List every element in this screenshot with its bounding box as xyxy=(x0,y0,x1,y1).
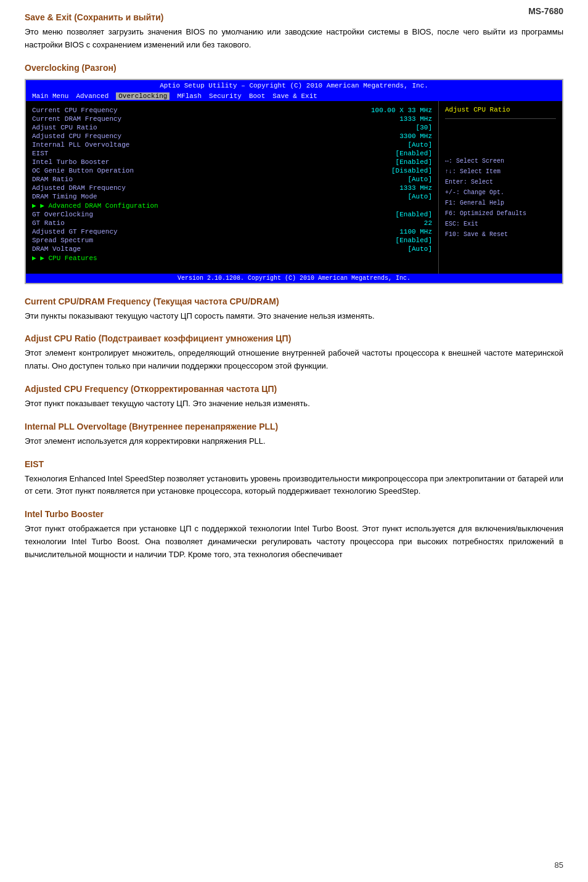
section-eist: EISTТехнология Enhanced Intel SpeedStep … xyxy=(25,459,563,499)
ms-label: MS-7680 xyxy=(528,6,563,16)
menu-security[interactable]: Security xyxy=(209,92,242,100)
section-heading: Adjust CPU Ratio (Подстраивает коэффицие… xyxy=(25,333,563,343)
overclocking-section: Overclocking (Разгон) Aptio Setup Utilit… xyxy=(25,63,563,284)
bios-row[interactable]: Current CPU Frequency100.00 X 33 MHz xyxy=(32,106,432,115)
bios-key-hint: Enter: Select xyxy=(445,177,556,187)
bios-row-label: DRAM Voltage xyxy=(32,245,81,253)
bios-row-label: ▶ CPU Features xyxy=(32,254,97,262)
overclocking-heading: Overclocking (Разгон) xyxy=(25,63,563,73)
bios-right-panel: Adjust CPU Ratio ↔: Select Screen↑↓: Sel… xyxy=(439,101,562,274)
bios-row[interactable]: GT Ratio22 xyxy=(32,219,432,227)
section-heading: EIST xyxy=(25,459,563,469)
bios-row-label: Adjusted GT Frequency xyxy=(32,228,118,235)
bios-row-value: [30] xyxy=(416,124,432,131)
bios-key-hint: ↑↓: Select Item xyxy=(445,166,556,177)
bios-key-hint: +/-: Change Opt. xyxy=(445,187,556,198)
section-internal_pll: Internal PLL Overvoltage (Внутреннее пер… xyxy=(25,422,563,448)
bios-key-hint: F10: Save & Reset xyxy=(445,229,556,240)
bios-row-value: [Auto] xyxy=(407,141,432,149)
bios-row-label: Spread Spectrum xyxy=(32,237,93,244)
bios-row-value: [Enabled] xyxy=(396,150,432,157)
bios-row-label: Intel Turbo Booster xyxy=(32,158,109,166)
menu-main[interactable]: Main Menu xyxy=(32,92,68,100)
bios-row-label: Internal PLL Overvoltage xyxy=(32,141,129,149)
bios-row-label: DRAM Timing Mode xyxy=(32,193,97,200)
section-text: Этот пункт показывает текущую частоту ЦП… xyxy=(25,398,563,410)
bios-footer: Version 2.10.1208. Copyright (C) 2010 Am… xyxy=(26,274,562,283)
bios-row-label: DRAM Ratio xyxy=(32,176,73,183)
save-exit-text: Это меню позволяет загрузить значения BI… xyxy=(25,26,563,52)
bios-row-value: 1100 MHz xyxy=(399,228,432,235)
menu-mflash[interactable]: MFlash xyxy=(177,92,202,100)
bios-row-label: Adjust CPU Ratio xyxy=(32,124,97,131)
bios-row[interactable]: Intel Turbo Booster[Enabled] xyxy=(32,158,432,166)
section-cpu_dram_freq: Current CPU/DRAM Frequency (Текущая част… xyxy=(25,296,563,323)
bios-row[interactable]: Adjusted CPU Frequency3300 MHz xyxy=(32,132,432,141)
bios-body: Current CPU Frequency100.00 X 33 MHzCurr… xyxy=(26,101,562,274)
bios-row-label: EIST xyxy=(32,150,48,157)
bios-row[interactable]: Internal PLL Overvoltage[Auto] xyxy=(32,141,432,149)
bios-row[interactable]: DRAM Timing Mode[Auto] xyxy=(32,192,432,201)
bios-row[interactable]: Spread Spectrum[Enabled] xyxy=(32,236,432,245)
bios-menu-bar: Main Menu Advanced Overclocking MFlash S… xyxy=(26,91,562,101)
bios-row-value: [Enabled] xyxy=(396,237,432,244)
section-text: Этот элемент контролирует множитель, опр… xyxy=(25,347,563,373)
section-heading: Intel Turbo Booster xyxy=(25,509,563,519)
bios-keys: ↔: Select Screen↑↓: Select ItemEnter: Se… xyxy=(445,156,556,240)
bios-row-value: [Auto] xyxy=(407,176,432,183)
bios-row-label: ▶ Advanced DRAM Configuration xyxy=(32,202,158,210)
bios-row[interactable]: Current DRAM Frequency1333 MHz xyxy=(32,115,432,123)
bios-row-value: 1333 MHz xyxy=(399,184,432,192)
menu-save-exit[interactable]: Save & Exit xyxy=(272,92,317,100)
bios-row-value: [Disabled] xyxy=(391,167,432,174)
section-text: Технология Enhanced Intel SpeedStep позв… xyxy=(25,473,563,499)
bios-key-hint: ESC: Exit xyxy=(445,219,556,229)
bios-screenshot: Aptio Setup Utility – Copyright (C) 2010… xyxy=(25,79,563,284)
section-text: Этот пункт отображается при установке ЦП… xyxy=(25,523,563,561)
section-adjusted_cpu: Adjusted CPU Frequency (Откорректированн… xyxy=(25,384,563,410)
section-text: Эти пункты показывают текущую частоту ЦП… xyxy=(25,310,563,323)
section-intel_turbo: Intel Turbo BoosterЭтот пункт отображает… xyxy=(25,509,563,561)
bios-row-value: 22 xyxy=(424,219,432,227)
bios-desc: Adjust CPU Ratio xyxy=(445,106,556,113)
bios-row-value: [Auto] xyxy=(407,193,432,200)
bios-row-label: Adjusted CPU Frequency xyxy=(32,133,121,140)
section-adjust_cpu: Adjust CPU Ratio (Подстраивает коэффицие… xyxy=(25,333,563,373)
bios-row[interactable]: EIST[Enabled] xyxy=(32,149,432,158)
section-heading: Internal PLL Overvoltage (Внутреннее пер… xyxy=(25,422,563,431)
menu-advanced[interactable]: Advanced xyxy=(76,92,108,100)
page-number: 85 xyxy=(555,860,563,870)
bios-row-value: 1333 MHz xyxy=(399,115,432,123)
bios-row-value: [Auto] xyxy=(407,245,432,253)
bios-row[interactable]: Adjusted GT Frequency1100 MHz xyxy=(32,227,432,236)
bios-row[interactable]: OC Genie Button Operation[Disabled] xyxy=(32,166,432,175)
bios-row[interactable]: ▶ CPU Features xyxy=(32,253,432,263)
section-heading: Current CPU/DRAM Frequency (Текущая част… xyxy=(25,296,563,306)
bios-row-label: OC Genie Button Operation xyxy=(32,167,134,174)
save-exit-heading: Save & Exit (Сохранить и выйти) xyxy=(25,12,563,22)
bios-row[interactable]: GT OverClocking[Enabled] xyxy=(32,210,432,219)
bios-row[interactable]: DRAM Voltage[Auto] xyxy=(32,245,432,253)
bios-key-hint: ↔: Select Screen xyxy=(445,156,556,166)
bios-row-label: Current CPU Frequency xyxy=(32,107,118,114)
save-exit-section: Save & Exit (Сохранить и выйти) Это меню… xyxy=(25,12,563,52)
bios-row-value: [Enabled] xyxy=(396,158,432,166)
section-heading: Adjusted CPU Frequency (Откорректированн… xyxy=(25,384,563,394)
section-text: Этот элемент используется для корректиро… xyxy=(25,435,563,448)
bios-row[interactable]: DRAM Ratio[Auto] xyxy=(32,175,432,184)
bios-row[interactable]: Adjust CPU Ratio[30] xyxy=(32,123,432,132)
menu-boot[interactable]: Boot xyxy=(249,92,265,100)
bios-row-value: 100.00 X 33 MHz xyxy=(371,107,432,114)
bios-row-label: GT OverClocking xyxy=(32,211,93,218)
bios-row[interactable]: Adjusted DRAM Frequency1333 MHz xyxy=(32,184,432,192)
text-sections: Current CPU/DRAM Frequency (Текущая част… xyxy=(25,296,563,561)
bios-row-value: [Enabled] xyxy=(396,211,432,218)
bios-row-label: GT Ratio xyxy=(32,219,65,227)
menu-overclocking[interactable]: Overclocking xyxy=(116,92,169,100)
bios-row[interactable]: ▶ Advanced DRAM Configuration xyxy=(32,201,432,210)
bios-row-value: 3300 MHz xyxy=(399,133,432,140)
bios-left-panel: Current CPU Frequency100.00 X 33 MHzCurr… xyxy=(26,101,439,274)
bios-key-hint: F6: Optimized Defaults xyxy=(445,208,556,219)
bios-key-hint: F1: General Help xyxy=(445,198,556,208)
bios-title-bar: Aptio Setup Utility – Copyright (C) 2010… xyxy=(26,80,562,91)
